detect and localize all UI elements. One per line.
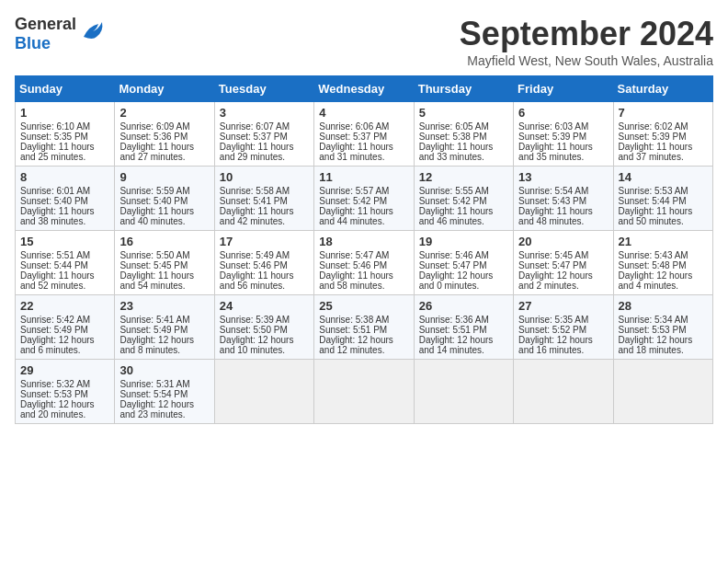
calendar-cell: 29 Sunrise: 5:32 AM Sunset: 5:53 PM Dayl…	[16, 360, 115, 424]
calendar-cell: 28 Sunrise: 5:34 AM Sunset: 5:53 PM Dayl…	[613, 295, 712, 360]
day-number: 16	[119, 235, 209, 248]
daylight-label: Daylight: 11 hours and 38 minutes.	[20, 206, 95, 226]
sunset-label: Sunset: 5:45 PM	[119, 260, 188, 270]
calendar-cell: 12 Sunrise: 5:55 AM Sunset: 5:42 PM Dayl…	[414, 167, 513, 231]
sunset-label: Sunset: 5:54 PM	[119, 389, 188, 399]
calendar-cell: 3 Sunrise: 6:07 AM Sunset: 5:37 PM Dayli…	[214, 102, 313, 167]
day-number: 4	[319, 106, 408, 120]
sunset-label: Sunset: 5:44 PM	[619, 196, 687, 206]
day-number: 8	[20, 170, 109, 184]
daylight-label: Daylight: 12 hours and 12 minutes.	[319, 335, 393, 355]
calendar-cell: 1 Sunrise: 6:10 AM Sunset: 5:35 PM Dayli…	[16, 102, 115, 167]
day-number: 19	[419, 235, 508, 248]
day-number: 27	[518, 299, 608, 313]
day-number: 29	[20, 363, 109, 377]
sunset-label: Sunset: 5:48 PM	[619, 260, 687, 270]
daylight-label: Daylight: 11 hours and 42 minutes.	[220, 206, 294, 226]
daylight-label: Daylight: 11 hours and 35 minutes.	[518, 142, 593, 162]
calendar-cell: 19 Sunrise: 5:46 AM Sunset: 5:47 PM Dayl…	[414, 231, 513, 295]
calendar-cell: 22 Sunrise: 5:42 AM Sunset: 5:49 PM Dayl…	[16, 295, 115, 360]
calendar-cell: 27 Sunrise: 5:35 AM Sunset: 5:52 PM Dayl…	[514, 295, 613, 360]
calendar-cell: 14 Sunrise: 5:53 AM Sunset: 5:44 PM Dayl…	[613, 167, 712, 231]
sunset-label: Sunset: 5:53 PM	[20, 389, 88, 399]
weekday-header-tuesday: Tuesday	[214, 76, 313, 102]
sunrise-label: Sunrise: 5:38 AM	[319, 315, 389, 325]
sunrise-label: Sunrise: 5:42 AM	[20, 315, 90, 325]
calendar-cell: 2 Sunrise: 6:09 AM Sunset: 5:36 PM Dayli…	[115, 102, 214, 167]
daylight-label: Daylight: 12 hours and 8 minutes.	[119, 335, 194, 355]
sunset-label: Sunset: 5:35 PM	[20, 132, 88, 142]
day-number: 26	[419, 299, 508, 313]
sunrise-label: Sunrise: 5:43 AM	[619, 250, 688, 260]
calendar-cell	[314, 360, 414, 424]
sunset-label: Sunset: 5:40 PM	[119, 196, 188, 206]
calendar-cell: 18 Sunrise: 5:47 AM Sunset: 5:46 PM Dayl…	[314, 231, 414, 295]
daylight-label: Daylight: 11 hours and 33 minutes.	[419, 142, 494, 162]
calendar-cell: 20 Sunrise: 5:45 AM Sunset: 5:47 PM Dayl…	[514, 231, 613, 295]
daylight-label: Daylight: 12 hours and 20 minutes.	[20, 399, 95, 419]
daylight-label: Daylight: 11 hours and 27 minutes.	[119, 142, 194, 162]
daylight-label: Daylight: 11 hours and 58 minutes.	[319, 270, 393, 291]
sunrise-label: Sunrise: 5:34 AM	[619, 315, 688, 325]
sunrise-label: Sunrise: 5:54 AM	[518, 186, 588, 196]
calendar-cell	[514, 360, 613, 424]
day-number: 17	[220, 235, 309, 248]
sunset-label: Sunset: 5:39 PM	[518, 132, 586, 142]
sunset-label: Sunset: 5:50 PM	[220, 325, 288, 335]
sunrise-label: Sunrise: 5:46 AM	[419, 250, 489, 260]
sunset-label: Sunset: 5:42 PM	[319, 196, 387, 206]
daylight-label: Daylight: 11 hours and 31 minutes.	[319, 142, 393, 162]
sunrise-label: Sunrise: 5:45 AM	[518, 250, 588, 260]
sunset-label: Sunset: 5:37 PM	[220, 132, 288, 142]
calendar-cell: 17 Sunrise: 5:49 AM Sunset: 5:46 PM Dayl…	[214, 231, 313, 295]
calendar-cell: 6 Sunrise: 6:03 AM Sunset: 5:39 PM Dayli…	[514, 102, 613, 167]
daylight-label: Daylight: 11 hours and 48 minutes.	[518, 206, 593, 226]
calendar-week-row: 22 Sunrise: 5:42 AM Sunset: 5:49 PM Dayl…	[16, 295, 713, 360]
weekday-header-row: SundayMondayTuesdayWednesdayThursdayFrid…	[16, 76, 713, 102]
calendar-week-row: 29 Sunrise: 5:32 AM Sunset: 5:53 PM Dayl…	[16, 360, 713, 424]
sunrise-label: Sunrise: 5:59 AM	[119, 186, 189, 196]
calendar-cell: 4 Sunrise: 6:06 AM Sunset: 5:37 PM Dayli…	[314, 102, 414, 167]
day-number: 15	[20, 235, 109, 248]
daylight-label: Daylight: 12 hours and 4 minutes.	[619, 270, 693, 291]
sunrise-label: Sunrise: 5:39 AM	[220, 315, 290, 325]
sunrise-label: Sunrise: 5:58 AM	[220, 186, 290, 196]
daylight-label: Daylight: 12 hours and 10 minutes.	[220, 335, 294, 355]
sunset-label: Sunset: 5:42 PM	[419, 196, 487, 206]
day-number: 9	[119, 170, 209, 184]
sunrise-label: Sunrise: 6:07 AM	[220, 121, 290, 132]
calendar-cell	[613, 360, 712, 424]
calendar-cell: 15 Sunrise: 5:51 AM Sunset: 5:44 PM Dayl…	[16, 231, 115, 295]
weekday-header-saturday: Saturday	[613, 76, 712, 102]
day-number: 14	[619, 170, 708, 184]
sunrise-label: Sunrise: 5:57 AM	[319, 186, 389, 196]
weekday-header-friday: Friday	[514, 76, 613, 102]
sunrise-label: Sunrise: 5:51 AM	[20, 250, 90, 260]
day-number: 30	[119, 363, 209, 377]
daylight-label: Daylight: 11 hours and 50 minutes.	[619, 206, 693, 226]
calendar-cell: 5 Sunrise: 6:05 AM Sunset: 5:38 PM Dayli…	[414, 102, 513, 167]
sunset-label: Sunset: 5:51 PM	[419, 325, 487, 335]
sunset-label: Sunset: 5:49 PM	[119, 325, 188, 335]
sunset-label: Sunset: 5:41 PM	[220, 196, 288, 206]
daylight-label: Daylight: 11 hours and 54 minutes.	[119, 270, 194, 291]
daylight-label: Daylight: 11 hours and 56 minutes.	[220, 270, 294, 291]
sunset-label: Sunset: 5:38 PM	[419, 132, 487, 142]
sunrise-label: Sunrise: 6:01 AM	[20, 186, 90, 196]
daylight-label: Daylight: 11 hours and 40 minutes.	[119, 206, 194, 226]
sunset-label: Sunset: 5:39 PM	[619, 132, 687, 142]
sunrise-label: Sunrise: 6:05 AM	[419, 121, 489, 132]
sunrise-label: Sunrise: 5:53 AM	[619, 186, 688, 196]
sunset-label: Sunset: 5:51 PM	[319, 325, 387, 335]
calendar-week-row: 15 Sunrise: 5:51 AM Sunset: 5:44 PM Dayl…	[16, 231, 713, 295]
sunrise-label: Sunrise: 5:41 AM	[119, 315, 189, 325]
daylight-label: Daylight: 12 hours and 14 minutes.	[419, 335, 494, 355]
weekday-header-monday: Monday	[115, 76, 214, 102]
day-number: 13	[518, 170, 608, 184]
sunrise-label: Sunrise: 5:32 AM	[20, 379, 90, 389]
sunset-label: Sunset: 5:49 PM	[20, 325, 88, 335]
daylight-label: Daylight: 12 hours and 2 minutes.	[518, 270, 593, 291]
sunrise-label: Sunrise: 5:36 AM	[419, 315, 489, 325]
location-subtitle: Mayfield West, New South Wales, Australi…	[460, 53, 713, 68]
sunrise-label: Sunrise: 5:35 AM	[518, 315, 588, 325]
